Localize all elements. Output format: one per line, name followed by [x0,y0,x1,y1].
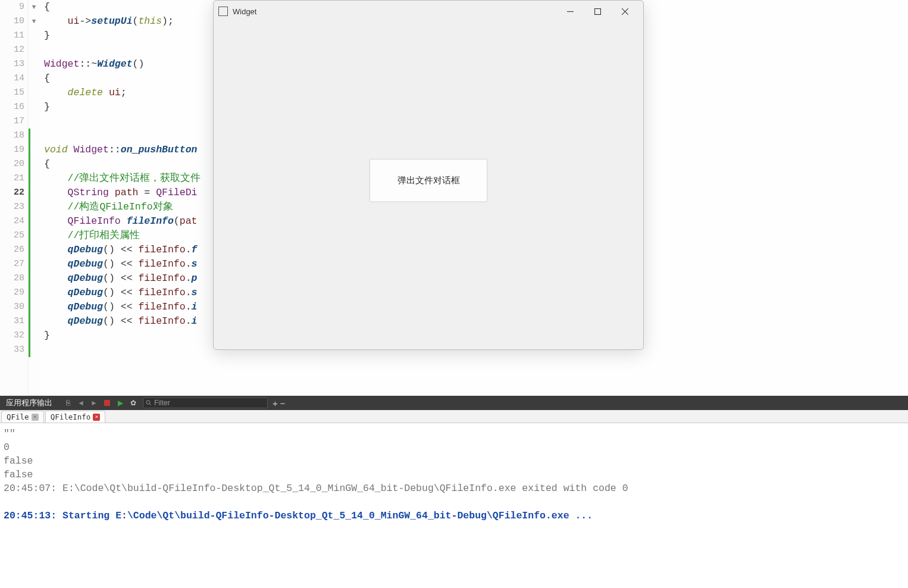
output-tab[interactable]: QFile× [1,411,44,423]
console-line: false [4,454,904,468]
console-line: "" [4,427,904,440]
forward-icon[interactable]: ► [89,398,99,408]
filter-placeholder: Filter [154,399,170,407]
console-line [4,495,904,509]
app-icon [218,7,228,16]
remove-icon[interactable]: − [280,398,286,408]
settings-icon[interactable]: ✿ [129,398,138,408]
titlebar[interactable]: Widget [214,1,643,22]
svg-rect-1 [594,8,600,14]
close-button[interactable] [611,2,638,20]
console-line: 0 [4,440,904,454]
close-tab-icon[interactable]: × [93,414,100,421]
filter-input[interactable]: Filter [143,398,268,408]
svg-point-4 [146,401,150,404]
svg-line-5 [150,404,152,406]
console-line: 20:45:07: E:\Code\Qt\build-QFileInfo-Des… [4,481,904,495]
close-tab-icon[interactable]: × [32,414,39,421]
back-icon[interactable]: ◄ [76,398,86,408]
output-panel-title: 应用程序输出 [0,398,58,408]
console-output[interactable]: ""0falsefalse20:45:07: E:\Code\Qt\build-… [0,423,908,588]
console-line: false [4,468,904,481]
console-line: 20:45:13: Starting E:\Code\Qt\build-QFil… [4,509,904,523]
output-toolbar: 应用程序输出 ⎘ ◄ ► ▶ ✿ Filter + − [0,396,908,410]
maximize-button[interactable] [584,2,611,20]
output-tabs: QFile×QFileInfo× [0,410,908,423]
add-icon[interactable]: + [273,398,278,408]
line-number-gutter: 9101112131415161718192021222324252627282… [0,0,29,396]
window-body: 弹出文件对话框 [214,22,643,349]
minimize-button[interactable] [556,2,584,20]
attach-icon[interactable]: ⎘ [63,398,73,408]
output-tab[interactable]: QFileInfo× [45,411,106,423]
run-icon[interactable]: ▶ [115,398,125,408]
stop-icon[interactable] [102,398,112,408]
window-title: Widget [233,7,256,16]
open-file-dialog-button[interactable]: 弹出文件对话框 [370,159,487,202]
widget-window[interactable]: Widget 弹出文件对话框 [213,0,644,350]
